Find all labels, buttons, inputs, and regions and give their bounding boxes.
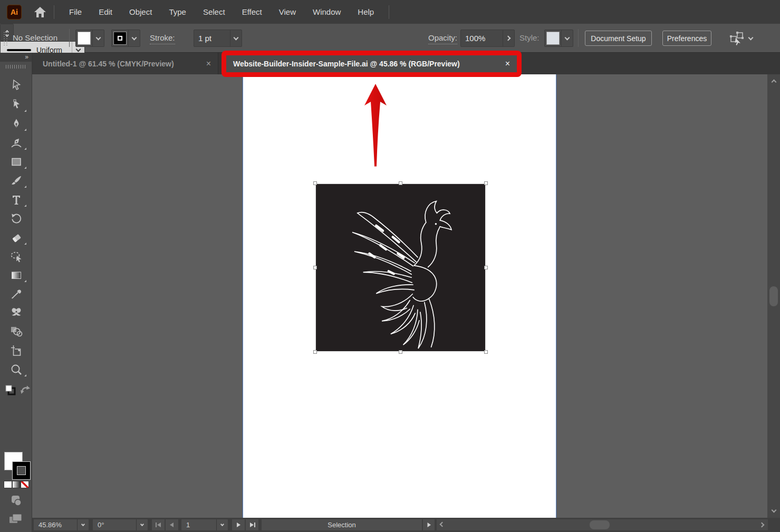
zoom-level-value[interactable]: 45.86% — [34, 521, 77, 529]
width-tool[interactable] — [9, 305, 24, 320]
chevron-down-icon[interactable] — [136, 519, 148, 530]
style-swatch[interactable] — [547, 32, 559, 44]
stroke-swatch[interactable] — [114, 32, 126, 44]
gradient-tool[interactable] — [9, 268, 24, 283]
previous-artboard-icon[interactable] — [166, 519, 178, 530]
rotation-value[interactable]: 0° — [93, 521, 136, 529]
home-icon[interactable] — [33, 5, 47, 20]
canvas-area[interactable] — [32, 74, 780, 518]
horizontal-scrollbar-thumb[interactable] — [590, 520, 610, 529]
vertical-scrollbar-thumb[interactable] — [769, 286, 778, 306]
eyedropper-tool[interactable] — [9, 286, 24, 301]
close-icon[interactable]: × — [206, 60, 211, 68]
menu-help[interactable]: Help — [349, 7, 382, 16]
selection-tool[interactable] — [9, 78, 24, 93]
screen-mode-icon[interactable] — [8, 512, 23, 525]
selection-handle[interactable] — [485, 182, 487, 185]
rectangle-tool[interactable] — [9, 154, 24, 169]
last-artboard-icon[interactable] — [246, 519, 258, 530]
menu-bar: Ai File Edit Object Type Select Effect V… — [0, 0, 780, 24]
menu-type[interactable]: Type — [160, 7, 195, 16]
scroll-up-icon[interactable] — [767, 75, 780, 87]
chevron-down-icon[interactable] — [128, 30, 140, 46]
curvature-tool[interactable] — [9, 136, 24, 150]
menu-select[interactable]: Select — [195, 7, 234, 16]
scroll-left-icon[interactable] — [437, 519, 447, 530]
style-dropdown[interactable] — [544, 30, 573, 47]
opacity-label[interactable]: Opacity: — [428, 24, 457, 52]
stroke-color-swatch[interactable] — [13, 462, 30, 479]
menu-effect[interactable]: Effect — [234, 7, 271, 16]
tab-untitled-1[interactable]: Untitled-1 @ 61.45 % (CMYK/Preview) × — [33, 53, 218, 74]
menu-window[interactable]: Window — [304, 7, 349, 16]
selection-handle[interactable] — [485, 266, 487, 269]
divider — [389, 5, 389, 19]
chevron-down-icon[interactable] — [561, 30, 573, 46]
eraser-tool[interactable] — [9, 230, 24, 245]
divider — [54, 5, 54, 19]
swap-fill-stroke-icon[interactable] — [20, 385, 31, 394]
opacity-label-text: Opacity: — [428, 33, 457, 44]
fill-swatch[interactable] — [78, 32, 90, 44]
arrange-documents-icon[interactable] — [729, 32, 745, 45]
none-mode-button[interactable] — [21, 481, 28, 488]
shape-builder-tool[interactable] — [9, 324, 24, 339]
selection-handle[interactable] — [314, 266, 316, 269]
chevron-down-icon[interactable] — [748, 35, 754, 41]
first-artboard-icon[interactable] — [152, 519, 165, 530]
next-artboard-icon[interactable] — [232, 519, 245, 530]
fill-color-dropdown[interactable] — [75, 30, 104, 47]
type-tool[interactable] — [9, 192, 24, 207]
scroll-right-icon[interactable] — [757, 519, 768, 530]
menu-object[interactable]: Object — [121, 7, 160, 16]
preferences-button[interactable]: Preferences — [662, 31, 711, 46]
zoom-tool[interactable] — [9, 362, 24, 377]
vertical-scrollbar[interactable] — [767, 74, 780, 518]
status-menu-icon[interactable] — [423, 519, 435, 530]
rotation-dropdown[interactable]: 0° — [93, 519, 148, 530]
artboard-tool[interactable] — [9, 343, 24, 358]
document-setup-button[interactable]: Document Setup — [585, 31, 652, 46]
horizontal-scrollbar[interactable] — [437, 519, 768, 530]
paintbrush-tool[interactable] — [9, 173, 24, 188]
chevron-right-icon[interactable] — [503, 30, 514, 46]
chevron-down-icon[interactable] — [92, 30, 104, 46]
pen-tool[interactable] — [9, 117, 24, 131]
zoom-level-dropdown[interactable]: 45.86% — [34, 519, 89, 530]
artboard-number-value[interactable]: 1 — [181, 521, 216, 529]
stroke-weight-field[interactable]: 1 pt — [194, 30, 242, 47]
menu-file[interactable]: File — [61, 7, 90, 16]
tab-title: Untitled-1 @ 61.45 % (CMYK/Preview) — [43, 60, 174, 68]
selection-handle[interactable] — [314, 182, 316, 185]
shaper-tool[interactable] — [9, 249, 24, 264]
selection-handle[interactable] — [485, 351, 487, 353]
tab-sample-file[interactable]: Website-Builder-Insider-Sample-File.ai @… — [226, 53, 517, 74]
illustrator-logo-icon[interactable]: Ai — [7, 5, 22, 20]
direct-selection-tool[interactable] — [9, 98, 24, 112]
color-mode-button[interactable] — [4, 481, 12, 488]
gradient-mode-button[interactable] — [13, 481, 20, 488]
selection-handle[interactable] — [399, 351, 402, 353]
selection-handle[interactable] — [314, 351, 316, 353]
chevron-down-icon[interactable] — [216, 519, 228, 530]
scroll-down-icon[interactable] — [767, 505, 780, 517]
panel-grip[interactable] — [6, 65, 26, 69]
menu-edit[interactable]: Edit — [90, 7, 121, 16]
selection-handle[interactable] — [399, 182, 402, 185]
opacity-field[interactable]: 100% — [460, 30, 515, 47]
status-indicator[interactable]: Selection — [262, 519, 422, 530]
chevron-down-icon[interactable] — [230, 30, 242, 46]
close-icon[interactable]: × — [505, 60, 510, 68]
chevron-down-icon[interactable] — [77, 519, 89, 530]
stroke-label[interactable]: Stroke: — [150, 24, 175, 52]
expand-panel-icon[interactable]: » — [0, 53, 32, 62]
stroke-weight-value[interactable]: 1 pt — [194, 34, 230, 43]
artboard-navigation-dropdown[interactable]: 1 — [181, 519, 228, 530]
stroke-color-dropdown[interactable] — [111, 30, 140, 47]
phoenix-artwork[interactable] — [315, 183, 486, 352]
rotate-tool[interactable] — [9, 211, 24, 226]
default-fill-stroke-icon[interactable] — [5, 385, 16, 395]
menu-view[interactable]: View — [271, 7, 304, 16]
opacity-value[interactable]: 100% — [461, 34, 503, 43]
draw-mode-icon[interactable] — [9, 495, 23, 507]
